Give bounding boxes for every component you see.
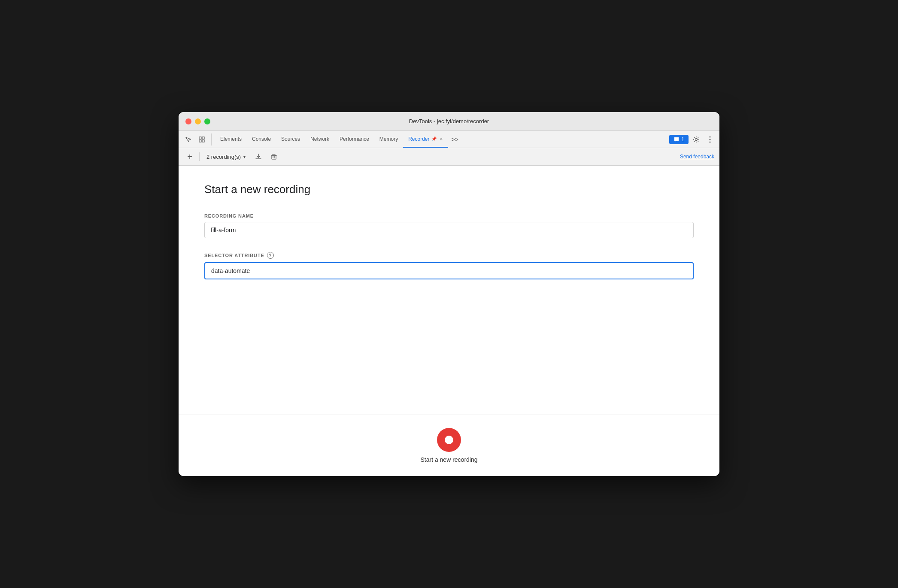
settings-icon[interactable] <box>690 133 702 145</box>
recordings-dropdown[interactable]: 2 recording(s) ▾ <box>203 152 249 162</box>
start-recording-button[interactable] <box>437 428 461 452</box>
close-button[interactable] <box>185 118 191 124</box>
svg-point-5 <box>710 136 711 137</box>
svg-point-6 <box>710 139 711 140</box>
add-recording-button[interactable]: + <box>184 151 196 163</box>
svg-rect-1 <box>202 137 204 139</box>
send-feedback-link[interactable]: Send feedback <box>680 154 714 160</box>
tab-performance[interactable]: Performance <box>334 131 374 148</box>
more-options-icon[interactable] <box>704 133 716 145</box>
minimize-button[interactable] <box>195 118 201 124</box>
more-tabs-icon[interactable]: >> <box>448 136 462 143</box>
tab-close-icon[interactable]: × <box>440 136 443 142</box>
svg-rect-2 <box>199 140 201 142</box>
chevron-down-icon: ▾ <box>243 155 246 159</box>
start-recording-label: Start a new recording <box>420 456 477 463</box>
maximize-button[interactable] <box>204 118 210 124</box>
svg-rect-3 <box>202 140 204 142</box>
tab-console[interactable]: Console <box>247 131 276 148</box>
page-title: Start a new recording <box>204 183 694 196</box>
help-icon[interactable]: ? <box>267 252 274 259</box>
recorder-toolbar: + 2 recording(s) ▾ Send feedback <box>179 148 719 166</box>
main-content: Start a new recording RECORDING NAME SEL… <box>179 166 719 415</box>
selector-attribute-label: SELECTOR ATTRIBUTE ? <box>204 252 694 259</box>
delete-recording-button[interactable] <box>268 151 280 163</box>
tab-elements[interactable]: Elements <box>215 131 247 148</box>
selector-attribute-input[interactable] <box>204 262 694 279</box>
tab-list: Elements Console Sources Network Perform… <box>215 131 669 148</box>
tab-right-controls: 1 <box>669 133 716 145</box>
toolbar-divider <box>199 152 200 161</box>
inspect-icon[interactable] <box>196 133 208 145</box>
recording-name-label: RECORDING NAME <box>204 213 694 218</box>
download-recording-button[interactable] <box>252 151 264 163</box>
cursor-icon[interactable] <box>182 133 194 145</box>
title-bar: DevTools - jec.fyi/demo/recorder <box>179 112 719 131</box>
chat-button[interactable]: 1 <box>669 135 689 144</box>
pin-icon: 📌 <box>431 136 437 141</box>
svg-rect-8 <box>272 155 276 159</box>
devtools-window: DevTools - jec.fyi/demo/recorder Element <box>179 112 719 476</box>
traffic-lights <box>185 118 210 124</box>
tab-network[interactable]: Network <box>305 131 334 148</box>
recording-name-input[interactable] <box>204 222 694 238</box>
window-title: DevTools - jec.fyi/demo/recorder <box>409 118 489 124</box>
tab-sources[interactable]: Sources <box>276 131 305 148</box>
tab-recorder[interactable]: Recorder 📌 × <box>403 131 448 148</box>
devtools-tab-bar: Elements Console Sources Network Perform… <box>179 131 719 148</box>
svg-rect-0 <box>199 137 201 139</box>
tab-memory[interactable]: Memory <box>374 131 403 148</box>
svg-point-7 <box>710 141 711 142</box>
selector-attribute-group: SELECTOR ATTRIBUTE ? <box>204 252 694 279</box>
tab-icons-group <box>182 133 212 145</box>
svg-point-4 <box>695 138 698 140</box>
recording-name-group: RECORDING NAME <box>204 213 694 238</box>
record-inner-dot <box>445 436 453 444</box>
bottom-section: Start a new recording <box>179 415 719 476</box>
